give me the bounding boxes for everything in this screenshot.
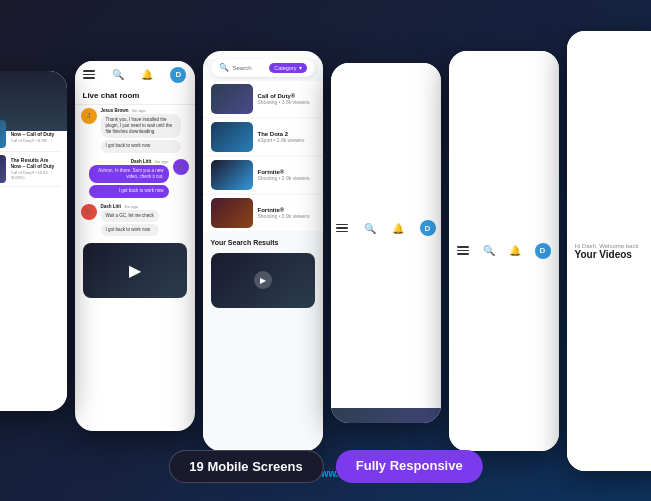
- phone4-nav-header: 🔍 🔔 D: [449, 51, 559, 451]
- search-results-title: Your Search Results: [203, 233, 323, 249]
- chat-title-text: Live chat room: [83, 91, 187, 100]
- search-result-thumb: ▶: [211, 253, 315, 308]
- phone1-thumb: [0, 120, 6, 148]
- msg-text-1: Thank you, I have installed the plugin, …: [101, 114, 181, 139]
- sender-avatar-3: D: [81, 204, 97, 220]
- msg-text-3: Wait a GC, let me check: [101, 210, 159, 222]
- dash-greeting-section: Hi Dash, Welcome back Your Videos: [575, 243, 639, 261]
- phone4-bg: 🔍 🔔 D Nav Feeds 🏠 Your Feed 🔥 Trending 👥…: [449, 51, 559, 451]
- phone5-bg: Hi Dash, Welcome back Your Videos 🔔 + Ne…: [567, 31, 652, 471]
- chat-msg-2: D Dash Litit 3m ago Ashron, hi there. Se…: [75, 156, 195, 201]
- search-meta-4: Shooting • 2.9k viewers: [258, 213, 310, 219]
- sender-name-2: Dash Litit 3m ago: [89, 159, 169, 164]
- msg-time-2: 3m ago: [154, 159, 168, 164]
- responsive-badge[interactable]: Fully Responsive: [336, 450, 483, 483]
- user-avatar-p4: D: [535, 243, 551, 259]
- search-video-2: The Dota 2 eSport • 2.8k viewers: [203, 119, 323, 155]
- bottom-badges: 19 Mobile Screens Fully Responsive: [168, 450, 482, 483]
- hamburger-icon[interactable]: [83, 70, 95, 79]
- main-container: The Results Are Now – Call of Duty Call …: [0, 0, 651, 501]
- phone-feed-nav: 🔍 🔔 D Nav Feeds 🏠 Your Feed 🔥 Trending 👥…: [449, 51, 559, 451]
- search-icon-p4[interactable]: 🔍: [483, 245, 495, 256]
- phone1-meta2: Call of Duty® • 10.42 (8.06%): [11, 170, 56, 180]
- chat-msg-3: D Dash Litit 3m ago Wait a GC, let me ch…: [75, 201, 195, 240]
- phone-search: 🔍 Search Category ▾ Call of Duty® Shooti…: [203, 51, 323, 451]
- hamburger-icon-p3[interactable]: [336, 224, 348, 233]
- chat-phone: 🔍 🔔 D Live chat room J Jesus Brown 3m ag…: [75, 61, 195, 431]
- search-meta-2: eSport • 2.8k viewers: [258, 137, 305, 143]
- phone-dashboard: Hi Dash, Welcome back Your Videos 🔔 + Ne…: [567, 31, 652, 471]
- screens-badge[interactable]: 19 Mobile Screens: [168, 450, 323, 483]
- play-icon[interactable]: ▶: [129, 261, 141, 280]
- phone1-meta: Call of Duty® • 8.7M: [11, 138, 56, 143]
- user-avatar: D: [170, 67, 186, 83]
- chat-video-preview: ▶: [83, 243, 187, 298]
- phone3-header: 🔍 🔔 D: [331, 63, 441, 408]
- phone-video-list: 🔍 🔔 D The Results Are Now – Call of Duty…: [331, 63, 441, 423]
- search-icon-p3[interactable]: 🔍: [364, 223, 376, 234]
- phone1-hero: The Results Are Now – Call of Duty Call …: [0, 71, 67, 131]
- search-video-1: Call of Duty® Shooting • 3.8k viewers: [203, 81, 323, 117]
- notification-icon-p3[interactable]: 🔔: [392, 223, 404, 234]
- phone-video-feed: The Results Are Now – Call of Duty Call …: [0, 71, 67, 411]
- search-meta-3: Shooting • 2.9k viewers: [258, 175, 310, 181]
- chat-title-bar: Live chat room: [75, 89, 195, 105]
- search-info-2: The Dota 2 eSport • 2.8k viewers: [258, 131, 305, 143]
- search-thumb-1: [211, 84, 253, 114]
- msg-text-1b: I got back to work now: [101, 140, 181, 152]
- search-info-1: Call of Duty® Shooting • 3.8k viewers: [258, 93, 310, 105]
- search-placeholder: Search: [233, 65, 266, 71]
- hamburger-icon-p4[interactable]: [457, 246, 469, 255]
- chat-bubble-3: Dash Litit 3m ago Wait a GC, let me chec…: [101, 204, 159, 237]
- sender-avatar-1: J: [81, 108, 97, 124]
- notification-icon-p4[interactable]: 🔔: [509, 245, 521, 256]
- search-video-4: Fortnite® Shooting • 2.9k viewers: [203, 195, 323, 231]
- msg-text-2b: I got back to work now: [89, 185, 169, 197]
- search-icon[interactable]: 🔍: [112, 69, 124, 80]
- search-info-4: Fortnite® Shooting • 2.9k viewers: [258, 207, 310, 219]
- dash-title: Your Videos: [575, 249, 639, 261]
- sender-name-1: Jesus Brown 3m ago: [101, 108, 181, 113]
- category-button[interactable]: Category ▾: [269, 63, 306, 73]
- phone1-thumb2: [0, 155, 6, 183]
- search-bar[interactable]: 🔍 Search Category ▾: [211, 59, 315, 77]
- chat-bubble-1: Jesus Brown 3m ago Thank you, I have ins…: [101, 108, 181, 153]
- chat-bubble-2: Dash Litit 3m ago Ashron, hi there. Sent…: [89, 159, 169, 198]
- search-thumb-3: [211, 160, 253, 190]
- sender-avatar-2: D: [173, 159, 189, 175]
- search-meta-1: Shooting • 3.8k viewers: [258, 99, 310, 105]
- user-avatar-p3: D: [420, 220, 436, 236]
- phone1-video-info2: The Results Are Now – Call of Duty Call …: [11, 157, 56, 180]
- phone2-bg: 🔍 Search Category ▾ Call of Duty® Shooti…: [203, 59, 323, 451]
- phone3-hero-video: The Results Are Now – Call of Duty Call …: [331, 408, 441, 423]
- sender-name-3: Dash Litit 3m ago: [101, 204, 159, 209]
- chevron-down-icon: ▾: [299, 65, 302, 71]
- msg-text-2: Ashron, hi there. Sent you a new video, …: [89, 165, 169, 184]
- search-thumb-4: [211, 198, 253, 228]
- category-label: Category: [274, 65, 296, 71]
- notification-icon[interactable]: 🔔: [141, 69, 153, 80]
- result-play-btn[interactable]: ▶: [254, 271, 272, 289]
- msg-text-3b: I got back to work now: [101, 224, 159, 236]
- msg-time-1: 3m ago: [132, 108, 146, 113]
- phone1-header: The Results Are Now – Call of Duty Call …: [0, 111, 67, 411]
- chat-header: 🔍 🔔 D: [75, 61, 195, 89]
- search-thumb-2: [211, 122, 253, 152]
- phone1-title2: The Results Are Now – Call of Duty: [11, 157, 56, 169]
- msg-time-3: 3m ago: [124, 204, 138, 209]
- dash-header: Hi Dash, Welcome back Your Videos 🔔: [567, 31, 652, 471]
- search-icon-p2: 🔍: [219, 63, 229, 72]
- search-video-3: Fortnite® Shooting • 2.9k viewers: [203, 157, 323, 193]
- search-info-3: Fortnite® Shooting • 2.9k viewers: [258, 169, 310, 181]
- phone1-likes: 10.42 (8.06%): [0, 75, 61, 80]
- phone1-video-card2: The Results Are Now – Call of Duty Call …: [0, 152, 61, 187]
- chat-msg-1: J Jesus Brown 3m ago Thank you, I have i…: [75, 105, 195, 156]
